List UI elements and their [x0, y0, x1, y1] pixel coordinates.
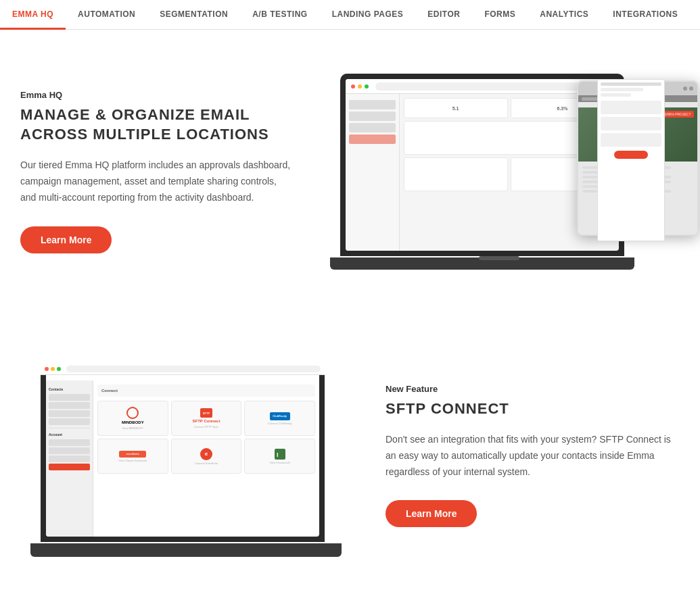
sftp-icon: SFTP	[200, 408, 212, 418]
emma-logo: e	[200, 448, 212, 460]
sidebar-item-segment	[49, 418, 90, 425]
panel-line	[601, 93, 631, 97]
screen-sidebar	[346, 94, 400, 251]
section2-label: New Feature	[386, 384, 680, 394]
nav-item-landing-pages[interactable]: LANDING PAGES	[320, 0, 416, 30]
emma-link: Connect Eventbrite	[195, 462, 218, 465]
email-hero-badge: TERRA PROJECT	[660, 111, 693, 118]
connect-card-mindbody: MINDBODY View MINDBODY	[97, 401, 168, 436]
stat-box: 5.1	[404, 98, 508, 118]
panel-line	[601, 88, 643, 91]
sidebar-block	[349, 100, 396, 109]
email-editor-panel	[597, 79, 665, 241]
connect-card-emma: e Connect Eventbrite	[171, 439, 242, 474]
laptop-mockup-2: Contacts Account	[30, 354, 335, 557]
sftp-link: Connect SFTP Sync	[194, 425, 218, 428]
mindbody-logo	[126, 407, 139, 419]
dot-green	[57, 368, 61, 371]
section2-image: Contacts Account	[20, 354, 345, 557]
laptop-base2	[30, 543, 342, 557]
emma-logo-text: e	[205, 451, 208, 457]
eventbrite-logo-text: eventbrite	[126, 452, 139, 455]
sidebar-item-subs	[49, 439, 90, 446]
connect-screen: Contacts Account	[46, 368, 319, 537]
section1-image: 5.1 6.3%	[318, 74, 680, 270]
dot-yellow	[51, 368, 55, 371]
dot-green	[365, 84, 369, 89]
nav-item-segmentation[interactable]: SEGMENTATION	[147, 0, 240, 30]
sidebar-item-signup	[49, 410, 90, 417]
panel-block	[601, 101, 661, 114]
section2-title: SFTP CONNECT	[386, 399, 680, 419]
nav-item-ab-testing[interactable]: A/B TESTING	[240, 0, 320, 30]
section1-learn-more-button[interactable]: Learn More	[20, 226, 112, 253]
connect-card-infusionsoft: I View Infusionsoft	[244, 439, 315, 474]
section2-text: New Feature SFTP CONNECT Don't see an in…	[345, 384, 680, 528]
sidebar-item-link	[49, 394, 90, 401]
laptop-screen2: Contacts Account	[46, 368, 319, 537]
infusionsoft-svg: I	[275, 449, 285, 460]
clubready-link: Connect ClubReady	[268, 422, 292, 425]
sidebar-item-imports	[49, 455, 90, 462]
stat-value: 5.1	[452, 106, 459, 111]
browser-chrome	[46, 368, 319, 375]
panel-button	[614, 151, 648, 159]
dot-red	[351, 84, 355, 89]
content-block	[404, 157, 508, 191]
sidebar-account-label: Account	[46, 431, 93, 438]
eventbrite-logo-bg: eventbrite	[119, 451, 146, 458]
clubready-logo-bg: ClubReady	[270, 412, 290, 420]
sidebar-block	[349, 112, 396, 121]
infusionsoft-logo: I	[275, 449, 285, 460]
clubready-logo-text: ClubReady	[273, 414, 287, 418]
nav-item-analytics[interactable]: ANALYTICS	[528, 0, 601, 30]
connect-title: Connect	[101, 389, 118, 393]
mindbody-link: View MINDBODY	[122, 426, 143, 430]
sidebar-item-group	[49, 402, 90, 409]
connect-card-sftp: SFTP SFTP Connect Connect SFTP Sync	[171, 401, 242, 436]
panel-line	[601, 82, 661, 86]
nav-item-forms[interactable]: FORMS	[472, 0, 528, 30]
section1-title: MANAGE & ORGANIZE EMAIL ACROSS MULTIPLE …	[20, 105, 291, 144]
panel-block	[601, 133, 661, 147]
url-bar2	[66, 368, 319, 372]
svg-text:I: I	[277, 451, 279, 458]
mindbody-name: MINDBODY	[122, 420, 144, 424]
sidebar-contacts-label: Contacts	[46, 386, 93, 393]
section2-description: Don't see an integration that fits with …	[386, 432, 680, 480]
tab-dot	[689, 87, 693, 91]
sidebar-block	[349, 123, 396, 132]
infusionsoft-link: View Infusionsoft	[270, 461, 290, 464]
connect-card-eventbrite: eventbrite View Classic Eventbrite	[97, 439, 168, 474]
laptop-notch	[479, 256, 519, 260]
connect-card-clubready: ClubReady Connect ClubReady	[244, 401, 315, 436]
sidebar-divider	[49, 428, 90, 428]
nav-item-emma-hq[interactable]: EMMA HQ	[0, 0, 66, 30]
sftp-icon-text: SFTP	[203, 412, 210, 415]
connect-layout: Contacts Account	[46, 368, 319, 537]
section1-text: Emma HQ MANAGE & ORGANIZE EMAIL ACROSS M…	[20, 90, 318, 253]
sidebar-item-connect	[49, 464, 90, 470]
nav-item-integrations[interactable]: INTEGRATIONS	[601, 0, 690, 30]
sidebar-block	[349, 134, 396, 144]
section2-learn-more-button[interactable]: Learn More	[386, 500, 477, 527]
connect-main: Connect MINDBODY View MINDBODY	[93, 380, 319, 537]
eventbrite-link: View Classic Eventbrite	[118, 459, 147, 462]
laptop-outer2: Contacts Account	[41, 363, 325, 542]
connect-sidebar: Contacts Account	[46, 380, 93, 537]
connect-grid: MINDBODY View MINDBODY SFTP SFTP Connec	[97, 401, 315, 474]
laptop-mockup-1: 5.1 6.3%	[340, 74, 658, 270]
connect-header: Connect	[97, 385, 315, 397]
main-nav: EMMA HQ AUTOMATION SEGMENTATION A/B TEST…	[0, 0, 700, 30]
section1-description: Our tiered Emma HQ platform includes an …	[20, 157, 291, 205]
dot-yellow	[358, 84, 362, 89]
nav-item-automation[interactable]: AUTOMATION	[66, 0, 147, 30]
section-emma-hq: Emma HQ MANAGE & ORGANIZE EMAIL ACROSS M…	[0, 30, 700, 314]
section1-label: Emma HQ	[20, 90, 291, 100]
dot-red	[46, 368, 49, 371]
sidebar-item-forms	[49, 447, 90, 454]
nav-item-editor[interactable]: EDITOR	[415, 0, 472, 30]
panel-block	[601, 117, 661, 130]
tab-dot	[683, 87, 687, 91]
section-sftp-connect: Contacts Account	[0, 314, 700, 592]
